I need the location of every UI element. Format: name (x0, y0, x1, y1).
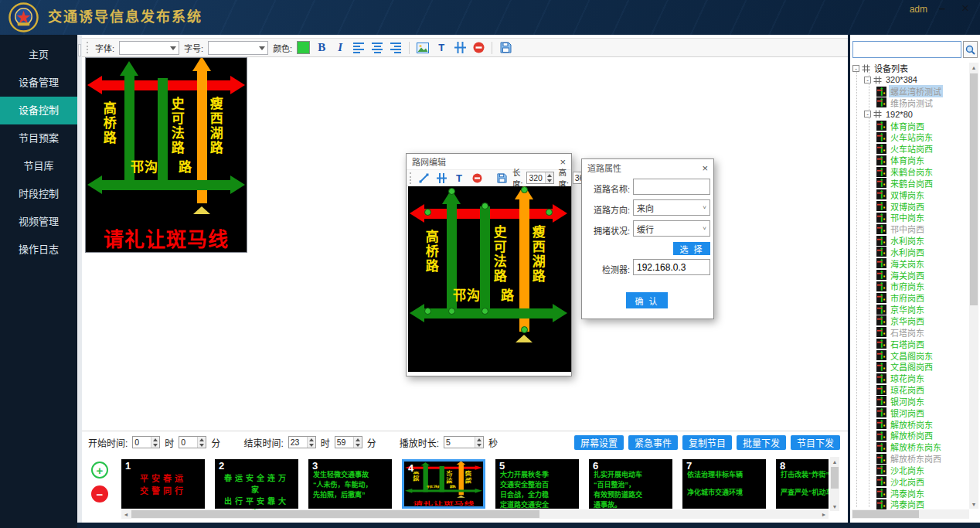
edit-handle[interactable] (521, 186, 528, 193)
close-icon[interactable]: × (702, 163, 708, 173)
sidebar-item-1[interactable]: 主页 (0, 41, 77, 69)
device-item[interactable]: 沙北岗东 (852, 465, 969, 476)
insert-text-button[interactable]: T (434, 41, 448, 55)
edit-handle[interactable] (481, 308, 488, 315)
device-item[interactable]: 琼花岗东 (852, 373, 969, 384)
device-item[interactable]: 琼花岗西 (852, 384, 969, 396)
end-hour-stepper[interactable]: 23 (288, 436, 316, 448)
stepper-down-icon[interactable] (354, 442, 362, 448)
length-stepper[interactable]: 320 (526, 172, 554, 184)
program-thumbnail-1[interactable]: 1平安春运 交警同行 (121, 459, 205, 509)
stepper-up-icon[interactable] (354, 437, 362, 442)
road-editor-canvas[interactable]: 高桥路史可法路瘦西湖路邗沟路 (408, 186, 571, 372)
device-group-192*80[interactable]: -192*80 (852, 108, 969, 120)
device-item[interactable]: 银河岗东 (852, 395, 969, 407)
add-program-button[interactable]: + (91, 462, 108, 479)
strip-vscrollbar-thumb[interactable] (831, 467, 839, 489)
device-item[interactable]: 文昌阁岗东 (852, 349, 969, 361)
program-thumbnail-8[interactable]: 8打击改装“炸街” 严查严处“机动车” (776, 459, 829, 509)
scroll-down-icon[interactable]: ▼ (969, 499, 978, 509)
sidebar-item-4[interactable]: 节目预案 (0, 124, 77, 152)
italic-button[interactable]: I (333, 41, 347, 55)
stepper-down-icon[interactable] (308, 442, 315, 448)
stepper-up-icon[interactable] (198, 437, 206, 442)
delete-button[interactable] (471, 41, 485, 55)
device-item[interactable]: 石塔岗东 (852, 326, 969, 338)
device-tree-root[interactable]: -设备列表 (852, 63, 969, 74)
stepper-down-icon[interactable] (198, 442, 206, 448)
tree-collapse-icon[interactable]: - (864, 77, 871, 83)
save-button[interactable] (495, 171, 509, 185)
scroll-up-icon[interactable]: ▲ (969, 63, 978, 72)
edit-handle[interactable] (546, 209, 553, 216)
font-size-select[interactable] (208, 41, 268, 55)
sidebar-item-7[interactable]: 视频管理 (0, 208, 77, 236)
stepper-up-icon[interactable] (475, 437, 483, 442)
scroll-right-icon[interactable]: ► (819, 509, 829, 519)
strip-hscrollbar-thumb[interactable] (131, 510, 539, 518)
device-item[interactable]: 海关岗西 (852, 269, 969, 281)
road-properties-titlebar[interactable]: 道路属性 × (582, 159, 713, 176)
device-item[interactable]: 邗中岗东 (852, 212, 969, 223)
device-item[interactable]: 双博岗西 (852, 200, 969, 212)
scroll-left-icon[interactable]: ◄ (121, 509, 131, 519)
insert-text-button[interactable]: T (452, 171, 466, 185)
edit-handle[interactable] (448, 308, 455, 315)
device-item[interactable]: 体育岗西 (852, 120, 969, 131)
stepper-up-icon[interactable] (151, 437, 159, 442)
device-item[interactable]: 螺丝湾桥测试 (852, 86, 969, 97)
program-thumbnail-4[interactable]: 4高桥路史可法路瘦西湖路邗沟路请礼让斑马线 (402, 459, 485, 509)
strip-vertical-scrollbar[interactable]: ▲ ▼ (830, 457, 839, 511)
start-hour-stepper[interactable]: 0 (132, 436, 160, 448)
program-thumbnail-5[interactable]: 5大力开展秋冬季 交通安全整治百 日会战，全力稳 定道路交通安全 形势！ (495, 459, 579, 509)
font-family-select[interactable] (119, 41, 179, 55)
stepper-up-icon[interactable] (546, 172, 553, 178)
playback-action-button-1[interactable]: 屏幕设置 (574, 435, 624, 450)
playback-action-button-4[interactable]: 批量下发 (737, 435, 786, 450)
device-group-320*384[interactable]: -320*384 (852, 74, 969, 86)
device-item[interactable]: 解放桥岗东 (852, 418, 969, 430)
device-item[interactable]: 文昌阁岗西 (852, 361, 969, 373)
device-item[interactable]: 鸿泰岗东 (852, 487, 969, 499)
tree-collapse-icon[interactable]: - (852, 65, 859, 72)
edit-handle[interactable] (424, 308, 431, 315)
device-item[interactable]: 火车站岗西 (852, 143, 969, 155)
road-network-button[interactable] (453, 41, 467, 55)
sidebar-item-2[interactable]: 设备管理 (0, 69, 77, 97)
playback-action-button-3[interactable]: 复制节目 (682, 435, 732, 450)
remove-program-button[interactable]: − (91, 485, 108, 502)
road-direction-select[interactable]: 来向 ˅ (633, 199, 710, 216)
device-item[interactable]: 体育岗东 (852, 155, 969, 166)
edit-handle[interactable] (521, 326, 528, 333)
device-item[interactable]: 来鹤台岗东 (852, 166, 969, 178)
minimize-button[interactable]: – (934, 0, 951, 19)
align-left-button[interactable] (352, 41, 366, 55)
duration-stepper[interactable]: 5 (444, 436, 484, 448)
device-item[interactable]: 京华岗西 (852, 315, 969, 327)
sidebar-item-3[interactable]: 设备控制 (0, 97, 77, 124)
edit-handle[interactable] (481, 203, 488, 209)
sidebar-item-6[interactable]: 时段控制 (0, 180, 77, 208)
color-swatch[interactable] (297, 41, 310, 54)
device-item[interactable]: 解放桥东岗西 (852, 453, 969, 465)
search-button[interactable] (963, 41, 978, 58)
delete-button[interactable] (470, 171, 484, 185)
playback-action-button-5[interactable]: 节目下发 (791, 435, 840, 450)
main-left-scrollbar-thumb[interactable] (78, 44, 81, 56)
device-item[interactable]: 水利岗东 (852, 235, 969, 247)
tree-collapse-icon[interactable]: - (864, 111, 871, 118)
tree-hscrollbar-thumb[interactable] (852, 510, 919, 518)
road-editor-titlebar[interactable]: 路网编辑 × (407, 154, 571, 169)
device-item[interactable]: 双博岗东 (852, 189, 969, 200)
end-minute-stepper[interactable]: 59 (335, 436, 362, 448)
bold-button[interactable]: B (315, 41, 328, 55)
device-item[interactable]: 市府岗西 (852, 292, 969, 304)
confirm-button[interactable]: 确 认 (626, 292, 668, 308)
save-button[interactable] (499, 41, 512, 55)
tree-vertical-scrollbar[interactable]: ▲ ▼ (969, 63, 978, 509)
scroll-down-icon[interactable]: ▼ (830, 502, 839, 511)
device-item[interactable]: 火车站岗东 (852, 131, 969, 143)
insert-image-button[interactable] (416, 41, 430, 55)
stepper-up-icon[interactable] (308, 437, 315, 442)
close-button[interactable]: × (957, 0, 974, 19)
